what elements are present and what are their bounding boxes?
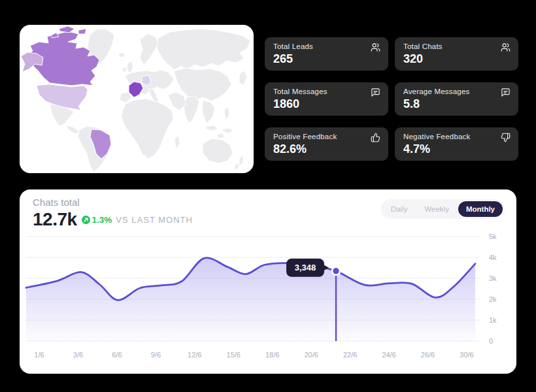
- users-icon: [371, 42, 380, 52]
- range-tabs: Daily Weekly Monthly: [381, 199, 505, 219]
- chart-value-row: 12.7k 1.3% VS LAST MONTH: [33, 209, 193, 230]
- region-india: [184, 96, 199, 123]
- marker-dot[interactable]: [332, 267, 340, 275]
- region-iberia: [120, 92, 131, 103]
- stat-card-positive-feedback: Positive Feedback 82.6%: [265, 127, 388, 161]
- world-map-card: [20, 25, 254, 173]
- chart-title: Chats total: [33, 197, 193, 208]
- region-united-states: [37, 84, 88, 110]
- region-new-zealand: [234, 155, 243, 170]
- x-tick-label: 12/6: [188, 351, 201, 359]
- region-japan: [239, 71, 247, 85]
- stat-label: Total Chats: [403, 42, 510, 50]
- analytics-dashboard: Total Leads 265 Total Chats 320 Total Me…: [0, 0, 536, 392]
- stat-value: 4.7%: [403, 142, 510, 156]
- y-tick-label: 5k: [489, 233, 497, 240]
- chart-tooltip: 3,348: [286, 259, 329, 277]
- x-tick-label: 1/6: [34, 351, 44, 359]
- x-tick-label: 18/6: [265, 351, 279, 359]
- users-icon: [501, 42, 511, 52]
- region-uk: [127, 61, 133, 73]
- chart-area: [26, 258, 475, 341]
- trend-percentage: 1.3%: [92, 215, 112, 225]
- region-asia: [156, 29, 250, 70]
- y-tick-label: 1k: [489, 316, 497, 324]
- x-tick-label: 30/6: [460, 351, 473, 359]
- message-icon: [501, 88, 511, 97]
- stats-grid: Total Leads 265 Total Chats 320 Total Me…: [265, 37, 518, 161]
- region-madagascar: [175, 136, 180, 149]
- region-iceland: [118, 52, 125, 57]
- region-scandinavia: [140, 34, 158, 65]
- x-tick-label: 20/6: [304, 351, 318, 359]
- y-tick-label: 2k: [489, 295, 497, 303]
- stat-value: 82.6%: [273, 142, 380, 156]
- tab-monthly[interactable]: Monthly: [458, 201, 503, 217]
- stat-value: 265: [273, 52, 380, 66]
- x-tick-label: 26/6: [421, 351, 435, 359]
- region-australia: [203, 139, 233, 163]
- stat-value: 5.8: [403, 97, 510, 111]
- stat-value: 320: [403, 52, 510, 66]
- y-tick-label: 3k: [489, 274, 497, 282]
- chats-total-card: Chats total 12.7k 1.3% VS LAST MONTH Dai…: [20, 189, 516, 374]
- x-tick-label: 24/6: [382, 351, 395, 359]
- tab-daily[interactable]: Daily: [383, 201, 416, 217]
- stat-label: Total Leads: [273, 42, 380, 50]
- region-philippines: [224, 107, 229, 120]
- stat-label: Average Messages: [403, 88, 510, 95]
- region-france: [129, 82, 143, 97]
- stat-label: Positive Feedback: [273, 133, 380, 140]
- region-middle-east: [168, 92, 186, 110]
- trend-suffix: VS LAST MONTH: [116, 215, 193, 225]
- tab-weekly[interactable]: Weekly: [416, 201, 457, 217]
- thumbs-down-icon: [501, 133, 511, 142]
- stat-value: 1860: [273, 97, 380, 111]
- stat-card-negative-feedback: Negative Feedback 4.7%: [395, 127, 518, 161]
- y-tick-label: 4k: [489, 253, 497, 261]
- region-indonesia: [205, 125, 234, 139]
- x-tick-label: 9/6: [151, 351, 161, 359]
- x-tick-label: 6/6: [112, 351, 122, 359]
- stat-card-total-messages: Total Messages 1860: [265, 82, 388, 116]
- thumbs-up-icon: [371, 133, 380, 142]
- region-central-america: [66, 125, 79, 134]
- x-tick-label: 3/6: [73, 351, 83, 359]
- stat-card-total-chats: Total Chats 320: [395, 37, 518, 71]
- y-tick-label: 0: [489, 337, 493, 345]
- trend-badge: 1.3% VS LAST MONTH: [82, 215, 193, 225]
- region-se-asia: [202, 100, 215, 123]
- region-africa: [121, 99, 173, 159]
- trend-up-icon: [82, 216, 90, 224]
- x-tick-label: 15/6: [227, 351, 241, 359]
- stat-label: Total Messages: [273, 88, 380, 95]
- message-icon: [371, 88, 380, 97]
- chart-total-value: 12.7k: [33, 209, 77, 230]
- x-tick-label: 22/6: [343, 351, 357, 359]
- stat-card-total-leads: Total Leads 265: [265, 37, 388, 71]
- stat-card-average-messages: Average Messages 5.8: [395, 82, 518, 116]
- stat-label: Negative Feedback: [403, 133, 510, 140]
- world-map[interactable]: [20, 25, 254, 173]
- tooltip-value: 3,348: [295, 263, 316, 272]
- region-ireland: [122, 67, 126, 72]
- chart-header: Chats total 12.7k 1.3% VS LAST MONTH: [33, 197, 193, 230]
